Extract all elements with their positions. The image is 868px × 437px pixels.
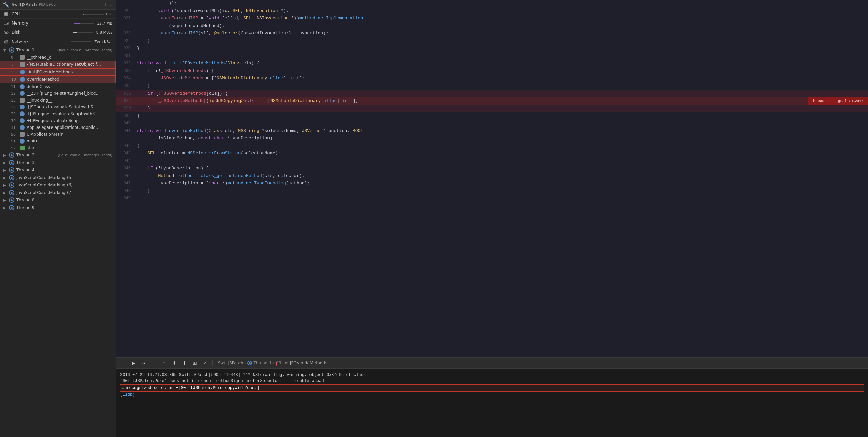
step-over-btn[interactable]: ⇥ [139,359,148,367]
console-area[interactable]: 2016-07-29 16:21:08.365 SwiftJSPatch[590… [116,369,868,437]
bc-app: SwiftJSPatch [218,361,243,365]
jscore6-chevron: ▶ [3,183,7,187]
frame-8-icon [20,62,25,67]
frame-52-icon [20,146,25,150]
download-btn[interactable]: ⬇ [170,359,179,367]
frame-28[interactable]: 28 -[JSContext evaluateScript:withS… [0,104,116,110]
frame-8[interactable]: 8 -[NSMutableDictionary setObject:f… [0,61,116,68]
disk-icon [3,30,9,35]
cpu-label: CPU [12,12,79,16]
thread9-icon: ● [9,205,14,210]
disk-label: Disk [12,30,69,35]
code-line-939: 939 } [116,112,868,120]
resource-network: Network Zero KB/s [0,37,116,46]
jscore6-label: JavaScriptCore::Marking (6) [16,183,112,187]
frame-30[interactable]: 30 +[JPEngine evaluateScript:] [0,117,116,124]
code-line-927b: (superForwardMethod); [116,22,868,30]
right-panel: )); 926 void (*superForwardIMP)(id, SEL,… [116,0,868,437]
sidebar: 🔧 SwiftJSPatch PID 5905 ℹ ≡ CPU 0% Memor… [0,0,116,437]
code-line-935: 935 } [116,82,868,90]
frame-11-icon [20,84,25,89]
jscore5-item[interactable]: ▶ ● JavaScriptCore::Marking (5) [0,174,116,181]
thread4-icon: ● [9,167,14,173]
frame-31[interactable]: 31 AppDelegate.application(UIApplic… [0,124,116,131]
thread9-item[interactable]: ▶ ● Thread 9 [0,204,116,211]
code-line-top: )); [116,0,868,7]
thread2-chevron: ▶ [3,153,7,157]
frame-12[interactable]: 12 __23+[JPEngine startEngine]_bloc… [0,90,116,97]
frame-11[interactable]: 11 defineClass [0,83,116,90]
debug-toolbar: ⬚ ▶ ⇥ ↓ ↑ ⬇ ⬆ ⊞ ↗ SwiftJSPatch › ● Threa… [116,357,868,369]
continue-btn[interactable]: ▶ [129,359,138,367]
upload-btn[interactable]: ⬆ [180,359,189,367]
thread1-queue: Queue: com.a…n-thread (serial) [57,48,112,52]
thread1-item[interactable]: ▼ ● Thread 1 Queue: com.a…n-thread (seri… [0,46,116,54]
toolbar-separator [212,360,213,366]
thread8-item[interactable]: ▶ ● Thread 8 [0,196,116,204]
bc-thread-label: Thread 1 [253,361,271,365]
code-line-944: 944 [116,157,868,165]
thread8-chevron: ▶ [3,198,7,202]
frame-52[interactable]: 52 start [0,145,116,151]
frame-0[interactable]: 0 __pthread_kill [0,54,116,61]
code-line-929: 929 } [116,37,868,45]
breadcrumb: SwiftJSPatch › ● Thread 1 › ƒ 9_initJPOv… [218,361,327,366]
code-line-947: 947 typeDescription = (char *)method_get… [116,180,868,187]
code-line-941b: isClassMethod, const char *typeDescripti… [116,135,868,142]
network-bar [71,41,91,42]
thread9-chevron: ▶ [3,206,7,210]
code-line-940: 940 [116,120,868,127]
bc-thread-icon: ● [247,361,252,365]
thread3-label: Thread 3 [16,160,112,165]
svg-rect-5 [7,23,8,24]
jscore7-chevron: ▶ [3,191,7,195]
thread2-item[interactable]: ▶ ● Thread 2 Queue: com.a…manager (seria… [0,151,116,159]
code-line-949: 949 [116,195,868,202]
bc-sep2: › [273,361,275,365]
console-line-0: 2016-07-29 16:21:08.365 SwiftJSPatch[590… [120,372,864,378]
frame-10[interactable]: 10 overrideMethod [0,76,116,83]
menu-icon[interactable]: ≡ [109,2,113,7]
viewports-btn[interactable]: ⊞ [190,359,199,367]
frame-51-icon [20,139,25,144]
frame-9[interactable]: 9 _initJPOverideMethods [0,68,116,76]
code-line-932: 932 static void _initJPOverideMethods(Cl… [116,60,868,67]
info-icon[interactable]: ℹ [105,2,107,7]
thread3-item[interactable]: ▶ ● Thread 3 [0,159,116,166]
jscore7-item[interactable]: ▶ ● JavaScriptCore::Marking (7) [0,189,116,196]
console-line-error: Unrecognized selector +[SwiftJSPatch.Pur… [120,384,864,392]
frame-50-icon [20,132,25,137]
network-icon [3,39,9,44]
frame-30-icon [20,118,25,123]
resource-disk: Disk 8.8 MB/s [0,28,116,37]
code-line-942: 942 { [116,142,868,150]
code-area[interactable]: )); 926 void (*superForwardIMP)(id, SEL,… [116,0,868,357]
jscore5-label: JavaScriptCore::Marking (5) [16,175,112,180]
code-line-928: 928 superForwardIMP(slf, @selector(forwa… [116,30,868,37]
share-btn[interactable]: ↗ [201,359,209,367]
code-line-941: 941 static void overrideMethod(Class cls… [116,127,868,135]
bc-fn: 9_initJPOverideMethods [279,361,327,365]
network-value: Zero KB/s [94,40,112,44]
frame-10-icon [20,77,25,82]
console-line-prompt: (lldb) [120,392,864,398]
jscore6-item[interactable]: ▶ ● JavaScriptCore::Marking (6) [0,181,116,189]
frame-50[interactable]: 50 UIApplicationMain [0,131,116,138]
thread1-icon: ● [9,47,14,53]
disk-value: 8.8 MB/s [96,30,112,35]
network-label: Network [12,39,67,44]
frame-13[interactable]: 13 __invoking__ [0,97,116,104]
thread3-chevron: ▶ [3,161,7,165]
thread4-item[interactable]: ▶ ● Thread 4 [0,166,116,174]
code-line-948: 948 } [116,187,868,195]
code-line-943: 943 SEL selector = NSSelectorFromString(… [116,150,868,157]
thread3-icon: ● [9,160,14,165]
step-out-btn[interactable]: ↑ [160,359,169,367]
step-into-btn[interactable]: ↓ [149,359,158,367]
thread4-chevron: ▶ [3,168,7,172]
expand-btn[interactable]: ⬚ [119,359,128,367]
frame-29[interactable]: 29 +[JPEngine _evaluateScript:withS… [0,110,116,117]
frame-9-icon [20,70,25,74]
thread1-chevron: ▼ [3,48,7,52]
frame-51[interactable]: 51 main [0,138,116,145]
